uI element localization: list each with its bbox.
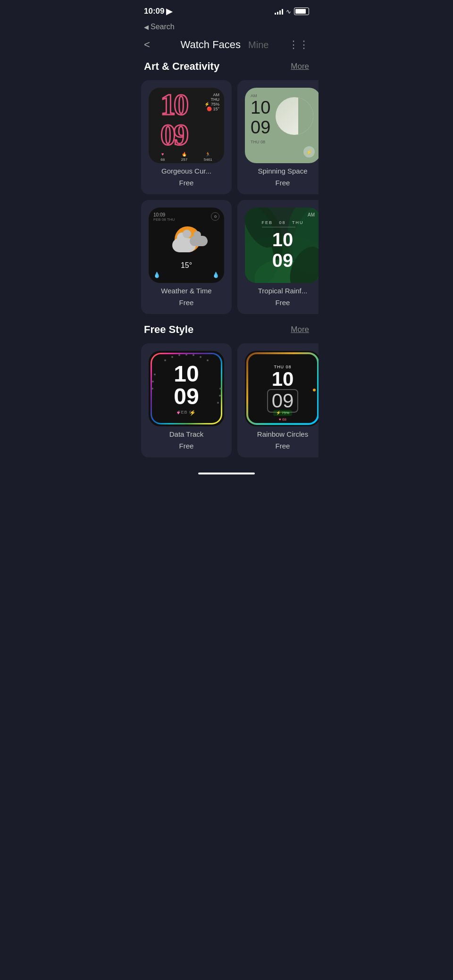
section-header-free-style: Free Style More [134,324,319,343]
nav-title-area: Watch Faces Mine [181,39,269,51]
back-button[interactable]: < [144,39,161,51]
watch-card-gorgeous-curve[interactable]: AM THU ⚡ 75% 🔴 15° 10 09 [141,80,232,194]
page-title: Watch Faces [181,39,241,51]
svg-point-15 [219,388,221,390]
watch-card-data-track[interactable]: 10 09 FEB 08 ♥ ⚡ Data Track Free [141,343,232,457]
watch-card-tropical[interactable]: AM FEB 08 THU 10 09 Tropical Rainf... Fr… [237,200,319,314]
svg-point-12 [151,388,153,390]
nav-header: < Watch Faces Mine ⋮⋮ [134,35,319,60]
section-more-art[interactable]: More [291,62,309,71]
signal-icon [275,8,283,15]
art-creativity-grid: AM THU ⚡ 75% 🔴 15° 10 09 [134,80,319,324]
svg-point-6 [193,354,194,356]
watch-name-rainbow-circles: Rainbow Circles [257,430,308,438]
watch-name-data-track: Data Track [169,430,204,438]
status-time: 10:09 ▶ [144,7,172,17]
back-search-row: ◀ Search [134,21,319,35]
search-back-label[interactable]: Search [151,23,175,31]
svg-point-14 [154,374,156,375]
watch-price-rainbow-circles: Free [276,442,290,450]
section-header-art: Art & Creativity More [134,60,319,80]
svg-point-16 [219,395,221,397]
watch-price-spinning-space: Free [276,179,290,187]
watch-face-data-track: 10 09 FEB 08 ♥ ⚡ [149,351,224,426]
svg-point-17 [217,402,219,404]
clock: 10:09 [144,7,164,16]
grid-view-icon[interactable]: ⋮⋮ [288,39,309,51]
watch-name-spinning-space: Spinning Space [258,167,307,175]
back-small-arrow-icon: ◀ [144,24,149,31]
svg-point-9 [171,356,173,358]
watch-price-data-track: Free [179,442,194,450]
watch-card-rainbow-circles[interactable]: THU 08 10 09 ⚡ 75% ♥ 68 Rainbow Circles … [237,343,319,457]
section-more-free-style[interactable]: More [291,325,309,334]
watch-price-tropical: Free [276,299,290,307]
scroll-bar [198,473,255,474]
watch-face-gorgeous-curve: AM THU ⚡ 75% 🔴 15° 10 09 [149,88,224,163]
section-title-free-style: Free Style [144,324,193,336]
svg-point-5 [185,354,187,356]
location-icon: ▶ [166,7,172,17]
watch-name-tropical: Tropical Rainf... [258,287,307,295]
svg-point-13 [152,381,154,382]
section-title-art: Art & Creativity [144,60,219,73]
watch-face-weather-time: 10:09 FEB 08 THU 15° [149,208,224,283]
watch-face-tropical: AM FEB 08 THU 10 09 [245,208,319,283]
svg-point-8 [178,354,180,356]
battery-icon: 90 [294,8,309,15]
watch-name-gorgeous-curve: Gorgeous Cur... [161,167,211,175]
watch-face-spinning-space: AM 10 09 THU 08 ⚡ [245,88,319,163]
watch-price-gorgeous-curve: Free [179,179,194,187]
watch-name-weather-time: Weather & Time [161,287,211,295]
svg-point-7 [200,356,201,358]
watch-card-weather-time[interactable]: 10:09 FEB 08 THU 15° [141,200,232,314]
status-bar: 10:09 ▶ ∿ 90 [134,0,319,21]
watch-price-weather-time: Free [179,299,194,307]
svg-point-10 [164,359,166,361]
watch-face-rainbow-circles: THU 08 10 09 ⚡ 75% ♥ 68 [245,351,319,426]
free-style-grid: 10 09 FEB 08 ♥ ⚡ Data Track Free THU 08 … [134,343,319,467]
status-right: ∿ 90 [275,8,309,15]
mine-tab[interactable]: Mine [248,40,268,50]
svg-point-11 [207,359,209,361]
watch-card-spinning-space[interactable]: AM 10 09 THU 08 ⚡ Spinning Space Free [237,80,319,194]
scroll-indicator [134,467,319,484]
wifi-icon: ∿ [286,8,291,15]
